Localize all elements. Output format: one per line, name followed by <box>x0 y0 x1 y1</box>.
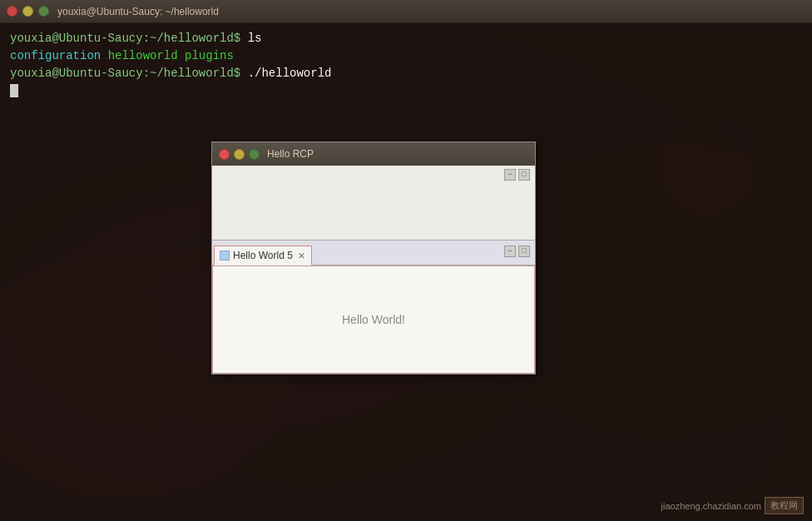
bottom-panel-maximize-btn[interactable]: □ <box>518 246 530 257</box>
watermark-label: 教程网 <box>765 497 804 514</box>
rcp-window: Hello RCP − □ Hello World 5 ✕ − □ Hello … <box>211 141 536 375</box>
hello-world-content: Hello World! <box>342 313 405 326</box>
terminal-cursor <box>10 84 18 97</box>
terminal-prompt-1: youxia@Ubuntu-Saucy:~/helloworld$ <box>10 32 240 45</box>
rcp-minimize-button[interactable] <box>234 149 245 160</box>
rcp-titlebar: Hello RCP <box>212 142 535 166</box>
terminal-body: youxia@Ubuntu-Saucy:~/helloworld$ ls con… <box>0 23 812 107</box>
editor-area: Hello World! <box>212 265 535 374</box>
terminal-cmd-1: ls <box>248 32 262 45</box>
terminal-prompt-2: youxia@Ubuntu-Saucy:~/helloworld$ <box>10 67 240 80</box>
tab-close-button[interactable]: ✕ <box>298 251 304 260</box>
watermark: jiaozheng.chazidian.com 教程网 <box>661 497 804 514</box>
tab-label: Hello World 5 <box>233 250 293 261</box>
terminal-dir-configuration: configuration <box>10 49 101 62</box>
terminal-line-4 <box>10 82 802 100</box>
rcp-window-title: Hello RCP <box>267 148 314 160</box>
terminal-title: youxia@Ubuntu-Saucy: ~/helloworld <box>57 6 219 17</box>
tab-bar: Hello World 5 ✕ − □ <box>212 241 535 265</box>
terminal-cmd-2: ./helloworld <box>248 67 332 80</box>
rcp-maximize-button[interactable] <box>249 149 260 160</box>
hello-world-tab[interactable]: Hello World 5 ✕ <box>214 246 312 265</box>
top-panel-maximize-btn[interactable]: □ <box>518 169 530 181</box>
terminal-dir-plugins: plugins <box>185 49 234 62</box>
terminal-line-3: youxia@Ubuntu-Saucy:~/helloworld$ ./hell… <box>10 65 802 82</box>
tab-icon <box>220 251 230 260</box>
terminal-close-button[interactable] <box>7 6 17 17</box>
rcp-close-button[interactable] <box>219 149 230 160</box>
rcp-top-panel: − □ <box>212 166 535 241</box>
bottom-panel-controls: − □ <box>504 246 530 257</box>
bottom-panel-minimize-btn[interactable]: − <box>504 246 516 257</box>
terminal-line-1: youxia@Ubuntu-Saucy:~/helloworld$ ls <box>10 30 802 47</box>
terminal-maximize-button[interactable] <box>38 6 49 17</box>
watermark-site: jiaozheng.chazidian.com <box>661 501 761 511</box>
terminal-minimize-button[interactable] <box>22 6 33 17</box>
terminal-line-2: configuration helloworld plugins <box>10 47 802 65</box>
top-panel-controls: − □ <box>504 169 530 181</box>
rcp-bottom-panel: Hello World 5 ✕ − □ Hello World! <box>212 241 535 374</box>
top-panel-minimize-btn[interactable]: − <box>504 169 516 181</box>
terminal-dir-helloworld: helloworld <box>108 49 178 62</box>
terminal-titlebar: youxia@Ubuntu-Saucy: ~/helloworld <box>0 0 812 23</box>
